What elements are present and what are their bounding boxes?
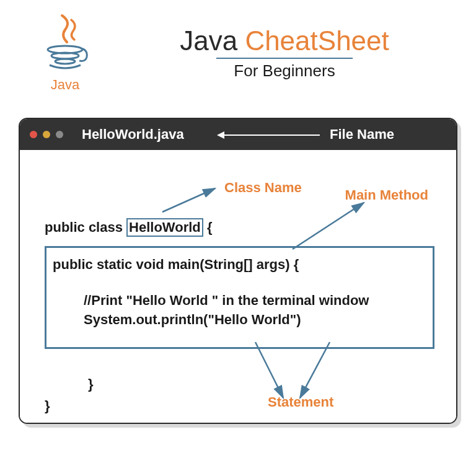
code-closing-braces: } } — [45, 373, 94, 416]
close-icon[interactable] — [30, 131, 37, 138]
logo-text: Java — [51, 77, 79, 93]
titlebar: HelloWorld.java File Name — [20, 119, 456, 150]
code-public-class: public class — [45, 219, 126, 235]
title-block: Java CheatSheet For Beginners — [118, 25, 451, 81]
title-underline — [216, 58, 353, 59]
svg-line-3 — [162, 188, 215, 212]
main-method-box: public static void main(String[] args) {… — [45, 246, 434, 349]
arrow-filename-icon — [218, 134, 320, 136]
filename: HelloWorld.java — [82, 126, 184, 143]
java-logo: Java — [37, 12, 93, 93]
code-class-decl: public class HelloWorld { — [45, 218, 212, 237]
title-java: Java — [180, 25, 245, 56]
label-main-method: Main Method — [345, 187, 428, 203]
code-window: HelloWorld.java File Name Class Name Mai… — [19, 118, 457, 424]
title-cheatsheet: CheatSheet — [245, 25, 389, 56]
code-comment: //Print "Hello World " in the terminal w… — [84, 291, 426, 311]
label-statement: Statement — [268, 394, 333, 410]
code-open-brace: { — [203, 219, 213, 235]
header: Java Java CheatSheet For Beginners — [0, 0, 476, 99]
maximize-icon[interactable] — [56, 131, 63, 138]
subtitle: For Beginners — [118, 61, 451, 81]
code-println: System.out.println("Hello World") — [84, 311, 426, 330]
svg-point-2 — [55, 59, 75, 64]
code-main-signature: public static void main(String[] args) { — [53, 257, 426, 273]
brace-outer: } — [45, 395, 94, 416]
code-body: Class Name Main Method Statement public … — [20, 150, 456, 423]
page-title: Java CheatSheet — [118, 25, 451, 56]
label-class-name: Class Name — [224, 180, 302, 196]
svg-line-5 — [255, 342, 283, 398]
svg-line-4 — [293, 203, 364, 249]
brace-inner: } — [45, 373, 94, 395]
classname-box: HelloWorld — [126, 218, 203, 237]
window-controls — [30, 131, 63, 138]
minimize-icon[interactable] — [43, 131, 50, 138]
svg-line-6 — [300, 342, 330, 398]
filename-label: File Name — [330, 126, 394, 143]
